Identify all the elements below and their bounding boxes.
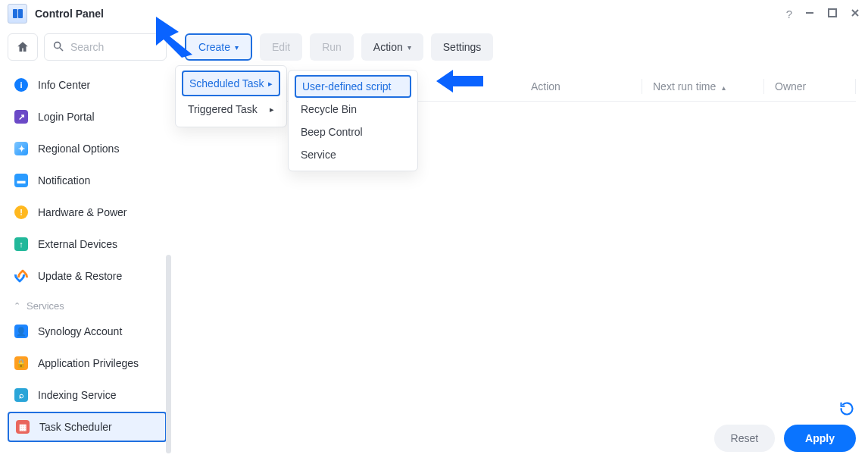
- chat-icon: ▬: [14, 174, 28, 187]
- search-doc-icon: ⌕: [14, 388, 28, 402]
- sidebar-item-hardware-power[interactable]: ! Hardware & Power: [8, 197, 167, 227]
- toolbar: Create ▾ Edit Run Action ▾ Settings: [185, 33, 856, 61]
- sidebar-item-label: External Devices: [38, 238, 117, 250]
- caret-down-icon: ▾: [407, 43, 411, 52]
- bulb-icon: !: [14, 205, 28, 219]
- sidebar-item-label: Login Portal: [38, 111, 95, 123]
- search-box[interactable]: [44, 33, 167, 61]
- submenu-item-recycle-bin[interactable]: Recycle Bin: [295, 98, 411, 121]
- footer: Reset Apply: [185, 417, 856, 452]
- search-icon: [52, 40, 64, 55]
- button-label: Run: [322, 41, 342, 53]
- menu-item-label: Scheduled Task: [189, 77, 264, 89]
- chevron-right-icon: ▸: [270, 105, 274, 114]
- chevron-up-icon: ⌃: [14, 301, 20, 311]
- svg-rect-1: [829, 9, 836, 17]
- col-label: Owner: [775, 80, 806, 93]
- login-icon: ↗: [14, 110, 28, 124]
- sidebar-item-login-portal[interactable]: ↗ Login Portal: [8, 102, 167, 132]
- lock-icon: 🔒: [14, 356, 28, 370]
- settings-button[interactable]: Settings: [431, 33, 494, 61]
- sidebar-item-update-restore[interactable]: Update & Restore: [8, 261, 167, 291]
- menu-item-label: Service: [301, 149, 336, 161]
- sidebar-item-label: Update & Restore: [38, 270, 122, 282]
- col-label: Next run time: [653, 80, 716, 93]
- sidebar-item-label: Hardware & Power: [38, 206, 127, 218]
- svg-point-4: [55, 42, 61, 48]
- sidebar-item-label: Notification: [38, 174, 90, 187]
- sidebar-item-label: Task Scheduler: [39, 421, 112, 433]
- sidebar-item-notification[interactable]: ▬ Notification: [8, 165, 167, 196]
- maximize-icon[interactable]: [827, 8, 838, 20]
- button-label: Action: [373, 41, 403, 53]
- menu-item-scheduled-task[interactable]: Scheduled Task ▸: [182, 71, 280, 96]
- sidebar-item-synology-account[interactable]: 👤 Synology Account: [8, 316, 167, 347]
- col-next-run[interactable]: Next run time ▴: [642, 80, 763, 93]
- create-submenu: User-defined script Recycle Bin Beep Con…: [288, 70, 418, 171]
- action-button[interactable]: Action ▾: [361, 33, 423, 61]
- help-icon[interactable]: ?: [786, 8, 792, 20]
- globe-icon: ✦: [14, 142, 28, 155]
- sidebar-item-info-center[interactable]: i Info Center: [8, 70, 167, 100]
- info-icon: i: [14, 78, 28, 92]
- create-menu: Scheduled Task ▸ Triggered Task ▸: [175, 65, 287, 127]
- sidebar-item-application-privileges[interactable]: 🔒 Application Privileges: [8, 348, 167, 378]
- caret-down-icon: ▾: [235, 43, 239, 52]
- sidebar-item-label: Application Privileges: [38, 357, 139, 369]
- apply-button[interactable]: Apply: [784, 425, 856, 452]
- menu-item-label: Beep Control: [301, 126, 363, 138]
- button-label: Apply: [805, 432, 835, 444]
- sidebar-item-task-scheduler[interactable]: ▦ Task Scheduler: [8, 412, 167, 442]
- button-label: Settings: [443, 41, 482, 53]
- button-label: Create: [198, 41, 230, 53]
- col-action[interactable]: Action: [520, 80, 642, 93]
- section-label: Services: [27, 300, 64, 312]
- chevron-right-icon: ▸: [268, 79, 273, 89]
- sidebar-item-label: Indexing Service: [38, 389, 117, 401]
- submenu-item-beep-control[interactable]: Beep Control: [295, 121, 411, 143]
- sidebar-item-label: Info Center: [38, 79, 90, 91]
- titlebar: Control Panel ?: [0, 0, 868, 27]
- menu-item-triggered-task[interactable]: Triggered Task ▸: [182, 96, 280, 122]
- main-panel: Create ▾ Edit Run Action ▾ Settings Acti…: [173, 27, 868, 461]
- calendar-icon: ▦: [16, 420, 30, 434]
- sidebar-item-indexing-service[interactable]: ⌕ Indexing Service: [8, 380, 167, 410]
- svg-line-5: [60, 48, 63, 51]
- edit-button: Edit: [260, 33, 302, 61]
- upload-icon: ↑: [14, 237, 28, 251]
- home-icon: [16, 40, 30, 54]
- minimize-icon[interactable]: [804, 8, 815, 20]
- sidebar-item-label: Synology Account: [38, 325, 122, 337]
- account-icon: 👤: [14, 325, 28, 338]
- sidebar-item-regional-options[interactable]: ✦ Regional Options: [8, 133, 167, 164]
- create-button[interactable]: Create ▾: [185, 33, 252, 61]
- col-label: Action: [531, 80, 560, 93]
- reset-button[interactable]: Reset: [714, 425, 776, 452]
- refresh-icon: [839, 401, 854, 416]
- button-label: Edit: [272, 41, 290, 53]
- sidebar-item-label: Regional Options: [38, 143, 119, 155]
- search-input[interactable]: [70, 41, 158, 53]
- sidebar-section-services[interactable]: ⌃ Services: [8, 296, 167, 316]
- window-title: Control Panel: [35, 8, 104, 20]
- sidebar-scrollbar[interactable]: [166, 73, 171, 453]
- home-button[interactable]: [8, 33, 38, 61]
- menu-item-label: Triggered Task: [188, 103, 258, 115]
- submenu-item-service[interactable]: Service: [295, 143, 411, 166]
- scrollbar-thumb[interactable]: [166, 255, 171, 453]
- refresh-button[interactable]: [839, 401, 854, 420]
- button-label: Reset: [731, 432, 759, 444]
- sidebar: i Info Center ↗ Login Portal ✦ Regional …: [0, 27, 173, 461]
- sort-asc-icon: ▴: [722, 83, 726, 92]
- app-icon: [8, 4, 27, 24]
- col-owner[interactable]: Owner: [764, 80, 855, 93]
- run-button: Run: [310, 33, 354, 61]
- sidebar-item-external-devices[interactable]: ↑ External Devices: [8, 229, 167, 259]
- menu-item-label: User-defined script: [302, 80, 392, 93]
- submenu-item-user-defined-script[interactable]: User-defined script: [295, 75, 411, 98]
- menu-item-label: Recycle Bin: [301, 103, 357, 115]
- close-icon[interactable]: [850, 8, 860, 20]
- refresh-icon: [14, 269, 28, 283]
